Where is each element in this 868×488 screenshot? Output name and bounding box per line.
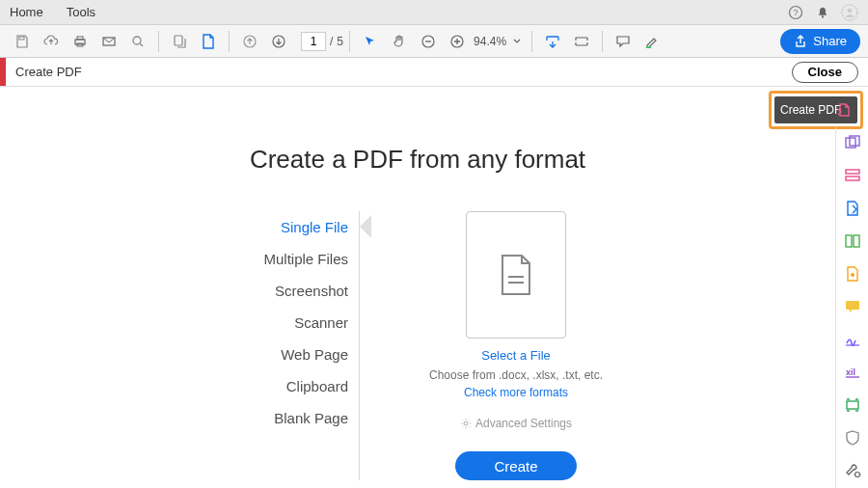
svg-rect-11 [175, 36, 182, 45]
file-placeholder-icon [497, 252, 535, 298]
svg-point-10 [133, 37, 141, 44]
rail-organize-icon[interactable] [843, 231, 862, 251]
page-total: 5 [337, 35, 343, 48]
svg-rect-7 [77, 37, 83, 40]
svg-rect-18 [846, 170, 859, 174]
format-hint: Choose from .docx, .xlsx, .txt, etc. [429, 368, 603, 382]
file-dropzone[interactable] [466, 211, 566, 339]
check-formats-link[interactable]: Check more formats [464, 386, 568, 399]
page-up-icon[interactable] [238, 30, 261, 53]
rail-sign-icon[interactable] [843, 330, 862, 349]
svg-point-2 [822, 15, 824, 17]
menu-home[interactable]: Home [10, 5, 43, 19]
rail-scan-icon[interactable] [843, 395, 862, 415]
main-content: Create a PDF from any format Single File… [0, 87, 835, 488]
svg-rect-5 [19, 37, 24, 40]
subheader-title: Create PDF [15, 65, 82, 79]
menubar: Home Tools ? [0, 0, 868, 25]
subheader-accent [0, 58, 6, 86]
rail-more-tools-icon[interactable] [843, 461, 862, 480]
zoom-level[interactable]: 94.4% [474, 35, 506, 48]
source-clipboard[interactable]: Clipboard [175, 370, 348, 402]
fit-width-icon[interactable] [541, 30, 564, 53]
source-divider [359, 211, 360, 480]
rail-redact-icon[interactable]: xil [843, 363, 862, 382]
svg-text:?: ? [793, 8, 798, 17]
page-down-icon[interactable] [267, 30, 290, 53]
profile-icon[interactable] [841, 4, 858, 21]
zoom-out-icon[interactable] [417, 30, 440, 53]
advanced-settings-label: Advanced Settings [475, 417, 572, 430]
zoom-dropdown-icon[interactable] [511, 30, 523, 53]
toolbar: / 5 94.4% Share [0, 25, 868, 58]
source-single-file[interactable]: Single File [175, 211, 348, 243]
svg-rect-19 [846, 176, 859, 180]
hand-tool-icon[interactable] [388, 30, 411, 53]
source-multiple-files[interactable]: Multiple Files [175, 243, 348, 275]
zoom-in-icon[interactable] [446, 30, 469, 53]
select-file-link[interactable]: Select a File [481, 348, 551, 363]
page-icon[interactable] [197, 30, 220, 53]
dropzone-column: Select a File Choose from .docx, .xlsx, … [371, 211, 661, 480]
comment-icon[interactable] [611, 30, 635, 53]
rail-export-icon[interactable] [843, 199, 862, 218]
rail-protect-icon[interactable] [843, 428, 862, 447]
source-scanner[interactable]: Scanner [175, 307, 348, 339]
cloud-upload-icon[interactable] [40, 30, 63, 53]
help-icon[interactable]: ? [787, 4, 804, 21]
svg-rect-23 [846, 301, 859, 310]
share-button[interactable]: Share [780, 29, 860, 54]
rail-combine-icon[interactable] [843, 133, 862, 152]
svg-point-27 [464, 421, 468, 425]
right-rail: xil [835, 127, 868, 488]
print-icon[interactable] [68, 30, 92, 53]
close-button[interactable]: Close [792, 62, 858, 83]
rail-edit-icon[interactable] [843, 166, 862, 185]
page-indicator: / 5 [293, 32, 343, 51]
svg-point-4 [848, 8, 853, 13]
fit-page-icon[interactable] [570, 30, 593, 53]
svg-rect-20 [846, 235, 852, 247]
page-current-input[interactable] [301, 32, 326, 51]
bell-icon[interactable] [814, 4, 831, 21]
pages-panel-icon[interactable] [168, 30, 191, 53]
svg-rect-21 [854, 235, 859, 247]
select-tool-icon[interactable] [359, 30, 382, 53]
rail-comment-tool-icon[interactable] [843, 297, 862, 316]
source-list: Single File Multiple Files Screenshot Sc… [175, 211, 348, 480]
gear-icon [460, 418, 472, 429]
email-icon[interactable] [97, 30, 121, 53]
subheader: Create PDF Close [0, 58, 868, 87]
search-icon[interactable] [126, 30, 149, 53]
save-icon[interactable] [11, 30, 34, 53]
svg-point-22 [851, 273, 854, 277]
create-pdf-tool-icon [836, 102, 852, 118]
highlight-icon[interactable] [640, 30, 664, 53]
source-web-page[interactable]: Web Page [175, 339, 348, 370]
source-screenshot[interactable]: Screenshot [175, 275, 348, 307]
share-icon [794, 35, 807, 48]
svg-text:xil: xil [846, 367, 855, 377]
rail-compress-icon[interactable] [843, 264, 862, 284]
svg-point-26 [854, 473, 859, 477]
share-button-label: Share [813, 34, 847, 48]
page-sep: / [330, 35, 333, 48]
svg-rect-25 [847, 401, 858, 409]
advanced-settings[interactable]: Advanced Settings [460, 417, 572, 430]
menu-tools[interactable]: Tools [67, 5, 95, 19]
page-heading: Create a PDF from any format [0, 145, 835, 175]
source-blank-page[interactable]: Blank Page [175, 402, 348, 434]
create-button[interactable]: Create [455, 451, 576, 480]
